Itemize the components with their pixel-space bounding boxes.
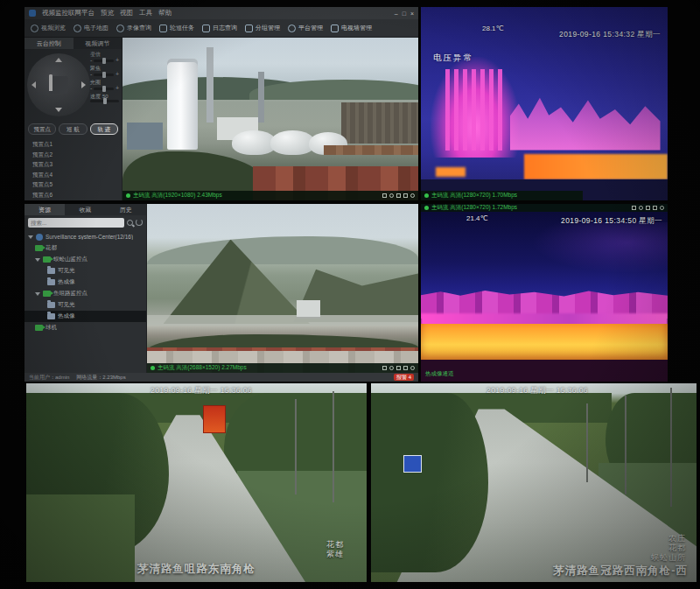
search-input[interactable] [28,218,124,228]
maximize-button[interactable]: □ [402,11,406,17]
tree-device[interactable]: 鱼咀路监控点 [24,288,146,299]
alarm-badge[interactable]: 报警 4 [394,374,414,381]
toolbar-platform[interactable]: 平台管理 [288,24,323,32]
menu-tools[interactable]: 工具 [139,9,152,18]
focus-slider[interactable]: 聚焦 -+ [90,66,119,77]
preset-item[interactable]: 预置点5 [32,179,122,190]
camera-icon [43,256,51,263]
caret-icon[interactable] [35,258,40,262]
toolbar-video-browse[interactable]: 视频浏览 [31,24,66,32]
tree-channel[interactable]: 可见光 [24,299,146,311]
monitor-top-left: 视频监控联网平台 预览 视图 工具 帮助 – □ × 视频浏览 电子地图 录像查… [24,7,418,200]
tree-device[interactable]: 蜈蚣山监控点 [24,254,146,265]
ptz-lock-icon[interactable] [49,76,68,94]
close-stream-icon[interactable] [410,193,415,198]
ptz-left-arrow-icon[interactable] [32,81,36,88]
cruise-button[interactable]: 巡 航 [59,123,87,135]
preset-item[interactable]: 预置点1 [32,139,122,150]
zoom-slider[interactable]: 变倍 -+ [90,52,119,63]
menu-view[interactable]: 视图 [120,9,133,18]
tree-channel-selected[interactable]: 热成像 [24,311,146,322]
stream-ok-icon [150,366,155,370]
ptz-panel: 云台控制 视频调节 [24,38,122,200]
monitor-bottom-left[interactable]: 2019-09-16 星期一 15:36:06 花都 紫雄 茅清路鱼咀路东南角枪 [26,383,367,582]
stream-status-text: 主码流 高清(1920×1080) 2.43Mbps [133,192,222,200]
caret-icon[interactable] [35,292,40,296]
preset-button[interactable]: 预置点 [28,123,56,135]
toolbar-log[interactable]: 日志查询 [202,24,237,32]
tree-device[interactable]: 球机 [24,322,146,333]
toolbar-patrol[interactable]: 轮巡任务 [159,24,194,32]
tab-ptz-control[interactable]: 云台控制 [24,38,74,49]
hillside-building [297,300,321,319]
fullscreen-icon[interactable] [403,366,408,370]
preset-item[interactable]: 预置点7 [32,200,122,200]
tab-favorites[interactable]: 收藏 [65,204,105,215]
snapshot-icon[interactable] [632,206,636,210]
fullscreen-icon[interactable] [653,206,657,210]
tree-device[interactable]: 花都 [24,242,146,254]
monitor-middle-right[interactable]: 主码流 高清(1280×720) 1.72Mbps 21.4℃ 2019-09-… [421,204,668,382]
tab-history[interactable]: 历史 [106,204,146,215]
monitor-top-right[interactable]: 28.1℃ 电压异常 2019-09-16 15:34:32 星期一 主码流 高… [421,7,668,200]
toolbar-group[interactable]: 分组管理 [245,24,280,32]
folder-icon [47,313,55,319]
tab-video-adjust[interactable]: 视频调节 [74,38,122,49]
app-title: 视频监控联网平台 [42,9,94,18]
monitor-bottom-right[interactable]: 2019-09-16 星期一 15:36:06 农庄 花都 蜈蚣山所 茅清路鱼冠… [371,383,696,582]
record-icon[interactable] [389,193,394,198]
stream-ok-icon [424,206,429,210]
tree-channel[interactable]: 可见光 [24,265,146,277]
osd-timestamp: 2019-09-16 星期一 15:36:06 [486,386,588,396]
stream-status-bar: 主码流 高清(1280×720) 1.72Mbps [421,204,668,212]
thermal-hot-field [421,324,668,361]
snapshot-icon[interactable] [382,193,387,198]
close-stream-icon[interactable] [410,366,415,370]
speed-slider[interactable]: 速度50 [90,94,119,102]
ptz-joystick[interactable] [27,53,90,116]
audio-icon[interactable] [646,206,650,210]
preset-item[interactable]: 预置点6 [32,190,122,200]
device-tree: Surveillance system-Center(12/16) 花都 蜈蚣山… [24,229,146,373]
fullscreen-icon[interactable] [403,193,408,198]
patrol-icon [159,25,167,32]
osd-watermarks: 花都 紫雄 [326,540,344,559]
close-stream-icon[interactable] [660,206,664,210]
toolbar-emap[interactable]: 电子地图 [74,24,108,32]
video-tile-mountain[interactable]: 主码流 高清(2688×1520) 2.27Mbps [147,204,418,373]
ptz-down-arrow-icon[interactable] [55,108,62,112]
monitor-middle-left: 资源 收藏 历史 Surveillance system-Center(12/1… [24,204,418,382]
audio-icon[interactable] [396,366,401,370]
window-controls: – □ × [395,11,414,17]
minimize-button[interactable]: – [395,11,398,17]
iris-slider[interactable]: 光圈 -+ [90,80,119,91]
tvwall-icon [331,25,339,32]
audio-icon[interactable] [396,193,401,198]
tree-root[interactable]: Surveillance system-Center(12/16) [24,231,146,242]
caret-icon[interactable] [28,235,33,239]
preset-item[interactable]: 预置点4 [32,170,122,180]
menu-preview[interactable]: 预览 [101,9,114,18]
video-tile-industrial[interactable]: 主码流 高清(1920×1080) 2.43Mbps [122,38,418,200]
thermal-hotspot [524,154,668,179]
record-icon[interactable] [389,366,394,370]
menu-help[interactable]: 帮助 [158,9,172,18]
close-button[interactable]: × [410,11,414,17]
refresh-icon[interactable] [136,219,143,226]
search-icon[interactable] [127,220,133,226]
toolbar-tvwall[interactable]: 电视墙管理 [331,24,372,32]
tab-resources[interactable]: 资源 [24,204,65,215]
tree-channel[interactable]: 热成像 [24,277,146,288]
app-menubar: 视频监控联网平台 预览 视图 工具 帮助 – □ × [24,7,418,19]
toolbar-playback[interactable]: 录像查询 [116,24,151,32]
track-button[interactable]: 轨 迹 [90,123,118,135]
record-icon[interactable] [639,206,643,210]
ptz-up-arrow-icon[interactable] [55,58,62,62]
snapshot-icon[interactable] [382,366,387,370]
preset-item[interactable]: 预置点3 [32,159,122,170]
emap-icon [74,25,81,32]
ptz-right-arrow-icon[interactable] [81,81,86,88]
osd-watermarks: 农庄 花都 蜈蚣山所 [651,534,686,563]
preset-item[interactable]: 预置点2 [32,150,122,160]
utility-pole [670,388,672,507]
